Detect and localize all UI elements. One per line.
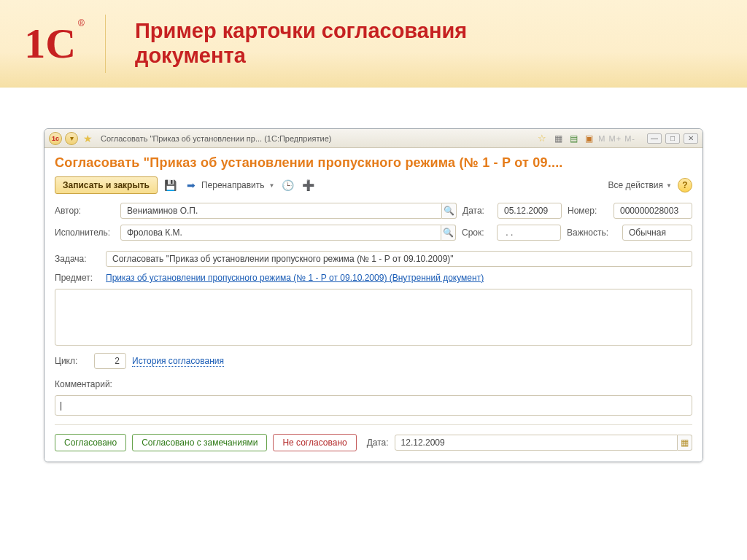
titlebar-left: 1c ▾ ★ Согласовать "Приказ об установлен… xyxy=(49,132,331,145)
help-icon[interactable]: ? xyxy=(678,178,692,192)
comment-label: Комментарий: xyxy=(55,379,112,389)
importance-label: Важность: xyxy=(567,228,616,238)
subject-link[interactable]: Приказ об установлении пропускного режим… xyxy=(106,273,484,283)
approved-notes-button[interactable]: Согласовано с замечаниями xyxy=(132,434,267,451)
date-label: Дата: xyxy=(462,206,492,216)
lookup-icon[interactable]: 🔍 xyxy=(441,225,456,241)
decision-date-input[interactable] xyxy=(400,437,673,448)
executor-label: Исполнитель: xyxy=(55,228,115,238)
comment-field[interactable]: | xyxy=(55,395,692,416)
decision-date-label: Дата: xyxy=(367,438,389,448)
importance-input[interactable] xyxy=(627,227,687,238)
subject-row: Предмет: Приказ об установлении пропускн… xyxy=(55,273,692,283)
lookup-icon[interactable]: 🔍 xyxy=(442,203,457,219)
deadline-field[interactable] xyxy=(497,225,561,241)
calendar-picker-icon[interactable]: ▦ xyxy=(678,435,692,451)
date-input[interactable] xyxy=(503,205,557,217)
calculator-icon[interactable]: ▤ xyxy=(568,133,579,144)
stage: 1c ▾ ★ Согласовать "Приказ об установлен… xyxy=(0,88,747,462)
app-menu-button[interactable]: 1c xyxy=(49,132,62,145)
page-title: Пример карточки согласования документа xyxy=(135,19,467,68)
close-button[interactable]: ✕ xyxy=(684,133,698,144)
cycle-field[interactable] xyxy=(94,353,126,369)
dropdown-button[interactable]: ▾ xyxy=(65,132,78,145)
client-area: Согласовать "Приказ об установлении проп… xyxy=(44,148,703,462)
executor-field[interactable] xyxy=(120,225,441,241)
minimize-button[interactable]: — xyxy=(647,133,662,144)
history-link[interactable]: История согласования xyxy=(132,356,224,367)
number-input[interactable] xyxy=(619,205,687,217)
executor-field-group: 🔍 xyxy=(120,225,456,241)
app-logo-icon: 1c xyxy=(52,135,59,142)
page-header: 1С® Пример карточки согласования докумен… xyxy=(0,0,747,88)
cycle-row: Цикл: История согласования xyxy=(55,353,692,369)
calendar-icon[interactable]: ▣ xyxy=(583,133,595,144)
all-actions-label: Все действия xyxy=(608,180,663,190)
author-row: Автор: 🔍 Дата: Номер: xyxy=(55,203,692,219)
decision-date-field[interactable] xyxy=(395,435,678,451)
maximize-button[interactable]: □ xyxy=(665,133,680,144)
description-area[interactable] xyxy=(55,289,692,346)
titlebar-right: ☆ ▦ ▤ ▣ М М+ М- — □ ✕ xyxy=(535,133,698,144)
subject-label: Предмет: xyxy=(55,273,100,283)
comment-label-row: Комментарий: xyxy=(55,379,692,389)
registered-icon: ® xyxy=(78,18,85,28)
task-label: Задача: xyxy=(55,254,100,264)
task-row: Задача: xyxy=(55,251,692,267)
task-input[interactable] xyxy=(111,253,687,265)
author-label: Автор: xyxy=(55,206,115,216)
save-icon[interactable]: 💾 xyxy=(163,178,178,192)
all-actions-menu[interactable]: Все действия ▼ xyxy=(608,180,672,190)
executor-input[interactable] xyxy=(125,227,436,238)
add-icon[interactable]: ➕ xyxy=(301,178,315,192)
decision-bar: Согласовано Согласовано с замечаниями Не… xyxy=(55,434,692,451)
date-field[interactable] xyxy=(498,203,562,219)
decision-date-group: ▦ xyxy=(395,435,692,451)
app-window: 1c ▾ ★ Согласовать "Приказ об установлен… xyxy=(44,128,703,462)
title-line: документа xyxy=(135,44,467,68)
arrow-right-icon: ➡ xyxy=(184,178,198,192)
star-icon[interactable]: ★ xyxy=(83,133,93,144)
deadline-label: Срок: xyxy=(462,228,491,238)
toolbar: Записать и закрыть 💾 ➡ Перенаправить ▼ 🕒… xyxy=(55,176,692,194)
task-field[interactable] xyxy=(106,251,692,267)
author-input[interactable] xyxy=(125,205,437,217)
forward-label: Перенаправить xyxy=(201,180,265,190)
forward-menu[interactable]: ➡ Перенаправить ▼ xyxy=(184,178,275,192)
divider xyxy=(105,15,106,73)
logo: 1С® xyxy=(13,18,93,69)
document-title: Согласовать "Приказ об установлении проп… xyxy=(55,155,692,171)
logo-text: 1С xyxy=(24,19,76,68)
number-label: Номер: xyxy=(568,206,608,216)
deadline-input[interactable] xyxy=(502,227,556,238)
number-field[interactable] xyxy=(614,203,692,219)
importance-field[interactable] xyxy=(622,225,692,241)
window-titlebar: 1c ▾ ★ Согласовать "Приказ об установлен… xyxy=(44,129,703,148)
chevron-down-icon: ▼ xyxy=(666,182,672,189)
rejected-button[interactable]: Не согласовано xyxy=(273,434,356,451)
grid-icon[interactable]: ▦ xyxy=(552,133,564,144)
author-field[interactable] xyxy=(120,203,442,219)
approved-button[interactable]: Согласовано xyxy=(55,434,126,451)
window-title: Согласовать "Приказ об установлении пр..… xyxy=(101,134,331,143)
separator xyxy=(55,424,692,425)
title-line: Пример карточки согласования xyxy=(135,19,467,43)
text-caret: | xyxy=(60,400,62,411)
author-field-group: 🔍 xyxy=(120,203,457,219)
chevron-down-icon: ▼ xyxy=(269,182,275,189)
memory-indicators: М М+ М- xyxy=(598,134,635,143)
executor-row: Исполнитель: 🔍 Срок: Важность: xyxy=(55,225,692,241)
cycle-label: Цикл: xyxy=(55,356,88,366)
clock-icon[interactable]: 🕒 xyxy=(280,178,295,192)
cycle-input[interactable] xyxy=(99,355,121,367)
save-close-button[interactable]: Записать и закрыть xyxy=(55,176,158,194)
favorite-icon[interactable]: ☆ xyxy=(538,133,546,144)
